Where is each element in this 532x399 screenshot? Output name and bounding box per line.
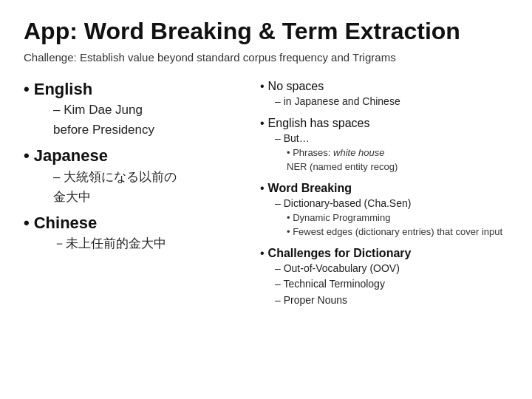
nospaces-sub: – in Japanese and Chinese bbox=[275, 95, 508, 109]
bullet-dot: • bbox=[260, 117, 265, 130]
challenges-sub2: – Technical Terminology bbox=[275, 277, 508, 292]
japanese-label: Japanese bbox=[34, 146, 108, 166]
list-item: • Chinese －未上任前的金大中 bbox=[24, 214, 260, 253]
wordbreaking-sub: – Dictionary-based (Cha.Sen) bbox=[275, 197, 508, 211]
wordbreaking-subsub1: • Dynamic Programming bbox=[287, 211, 508, 225]
bullet-dot: • bbox=[260, 182, 265, 195]
bullet-dot: • bbox=[24, 80, 30, 99]
japanese-sub2: 金大中 bbox=[53, 189, 260, 206]
bullet-dot: • bbox=[260, 80, 265, 93]
right-column: • No spaces – in Japanese and Chinese • … bbox=[260, 80, 508, 315]
right-section-english-spaces: • English has spaces – But… • Phrases: w… bbox=[260, 117, 508, 174]
english-spaces-subsub1: • Phrases: white house bbox=[287, 146, 508, 160]
english-sub2: before Presidency bbox=[53, 122, 260, 139]
bullet-main-english: • English bbox=[24, 80, 260, 99]
bullet-dot: • bbox=[260, 247, 265, 260]
right-section-nospaces: • No spaces – in Japanese and Chinese bbox=[260, 80, 508, 109]
wordbreaking-label: Word Breaking bbox=[268, 182, 352, 195]
list-item: • English – Kim Dae Jung before Presiden… bbox=[24, 80, 260, 139]
left-column: • English – Kim Dae Jung before Presiden… bbox=[24, 80, 260, 315]
list-item: • Japanese – 大統領になる以前の 金大中 bbox=[24, 146, 260, 205]
bullet-main-chinese: • Chinese bbox=[24, 214, 260, 233]
challenges-sub3: – Proper Nouns bbox=[275, 293, 508, 308]
right-section-wordbreaking: • Word Breaking – Dictionary-based (Cha.… bbox=[260, 182, 508, 239]
english-spaces-label: English has spaces bbox=[268, 117, 370, 130]
bullet-main-japanese: • Japanese bbox=[24, 146, 260, 166]
english-label: English bbox=[34, 80, 92, 99]
bullet-dot: • bbox=[24, 214, 30, 233]
japanese-sub1: – 大統領になる以前の bbox=[53, 169, 260, 186]
page-title: App: Word Breaking & Term Extraction bbox=[24, 18, 508, 45]
english-spaces-sub: – But… bbox=[275, 132, 508, 146]
nospaces-label: No spaces bbox=[268, 80, 324, 93]
right-section-challenges: • Challenges for Dictionary – Out-of-Voc… bbox=[260, 247, 508, 308]
wordbreaking-subsub2: • Fewest edges (dictionary entries) that… bbox=[287, 225, 508, 239]
english-sub1: – Kim Dae Jung bbox=[53, 102, 260, 119]
bullet-dot: • bbox=[24, 146, 30, 166]
english-spaces-subsub2: NER (named entity recog) bbox=[287, 160, 508, 174]
chinese-sub1: －未上任前的金大中 bbox=[53, 236, 260, 253]
challenges-sub1: – Out-of-Vocabulary (OOV) bbox=[275, 262, 508, 276]
subtitle: Challenge: Establish value beyond standa… bbox=[24, 51, 508, 64]
chinese-label: Chinese bbox=[34, 214, 98, 233]
challenges-label: Challenges for Dictionary bbox=[268, 247, 412, 260]
